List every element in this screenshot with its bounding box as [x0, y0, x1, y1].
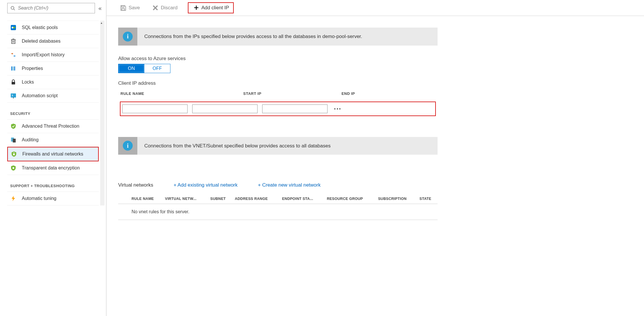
col-start-ip: START IP — [241, 89, 339, 101]
svg-point-0 — [11, 6, 14, 9]
info-icon: i — [123, 32, 133, 41]
svg-marker-19 — [12, 196, 15, 201]
add-existing-vnet-link[interactable]: + Add existing virtual network — [174, 182, 238, 188]
sidebar-item-firewalls-virtual-networks[interactable]: Firewalls and virtual networks — [7, 147, 99, 161]
vnet-col-subnet: SUBNET — [208, 194, 233, 204]
automation-script-icon — [10, 93, 17, 99]
vnet-rules-table: RULE NAME VIRTUAL NETW... SUBNET ADDRESS… — [118, 194, 438, 220]
svg-point-18 — [12, 167, 14, 169]
svg-rect-17 — [13, 154, 15, 155]
sidebar-item-sql-elastic-pools[interactable]: SQL elastic pools — [7, 21, 99, 35]
firewall-rules-table: RULE NAME START IP END IP ·· — [118, 89, 438, 117]
section-header-support: SUPPORT + TROUBLESHOOTING — [7, 175, 99, 192]
elastic-pools-icon — [10, 24, 17, 31]
properties-icon — [10, 65, 17, 72]
add-client-ip-button[interactable]: ＋ Add client IP — [188, 2, 233, 13]
sidebar-item-label: SQL elastic pools — [22, 25, 58, 30]
scrollbar[interactable]: ▴ — [100, 21, 105, 205]
svg-rect-12 — [14, 66, 15, 71]
save-button[interactable]: Save — [118, 3, 142, 12]
info-banner-ips: i Connections from the IPs specified bel… — [118, 28, 438, 46]
rule-name-input[interactable] — [122, 104, 188, 113]
create-new-vnet-link[interactable]: + Create new virtual network — [258, 182, 321, 188]
no-vnet-rules-text: No vnet rules for this server. — [130, 204, 438, 220]
svg-rect-14 — [11, 93, 16, 97]
sidebar-item-label: Automation script — [22, 93, 58, 98]
sidebar-item-deleted-databases[interactable]: Deleted databases — [7, 35, 99, 48]
search-box[interactable] — [7, 3, 95, 13]
sidebar-item-label: Advanced Threat Protection — [22, 124, 79, 129]
sidebar: « ▴ SQL elastic pools Deleted databases — [0, 0, 106, 316]
svg-point-3 — [12, 27, 13, 28]
info-icon: i — [123, 141, 133, 151]
search-icon — [10, 6, 15, 10]
info-banner-text: Connections from the IPs specified below… — [137, 28, 369, 46]
info-banner-vnet: i Connections from the VNET/Subnet speci… — [118, 137, 438, 155]
scroll-up-icon[interactable]: ▴ — [101, 21, 102, 24]
vnet-col-rg: RESOURCE GROUP — [325, 194, 377, 204]
more-actions-icon[interactable]: ··· — [332, 105, 341, 113]
svg-rect-20 — [122, 6, 124, 7]
info-banner-vnet-text: Connections from the VNET/Subnet specifi… — [137, 137, 338, 155]
sidebar-item-automation-script[interactable]: Automation script — [7, 89, 99, 103]
svg-line-1 — [14, 9, 15, 10]
start-ip-input[interactable] — [192, 104, 258, 113]
svg-point-4 — [13, 27, 15, 28]
discard-label: Discard — [161, 5, 178, 11]
col-rule-name: RULE NAME — [118, 89, 241, 101]
svg-rect-10 — [11, 66, 12, 71]
toolbar: Save Discard ＋ Add client IP — [107, 0, 644, 16]
shield-lock-icon — [11, 151, 17, 157]
sidebar-item-label: Properties — [22, 66, 43, 71]
sidebar-item-label: Auditing — [22, 137, 39, 142]
import-export-icon — [10, 52, 17, 58]
sidebar-item-transparent-data-encryption[interactable]: Transparent data encryption — [7, 161, 99, 175]
auditing-icon — [10, 137, 17, 143]
svg-rect-11 — [13, 66, 14, 71]
sidebar-item-locks[interactable]: Locks — [7, 75, 99, 89]
sidebar-item-properties[interactable]: Properties — [7, 62, 99, 75]
sidebar-item-label: Deleted databases — [22, 39, 60, 44]
vnet-col-vnet: VIRTUAL NETW... — [163, 194, 208, 204]
sidebar-item-auditing[interactable]: Auditing — [7, 133, 99, 147]
lock-icon — [10, 79, 17, 85]
discard-button[interactable]: Discard — [150, 3, 179, 12]
svg-rect-16 — [13, 139, 16, 142]
sidebar-item-advanced-threat-protection[interactable]: Advanced Threat Protection — [7, 120, 99, 133]
sidebar-item-label: Import/Export history — [22, 52, 65, 57]
svg-rect-5 — [12, 40, 15, 44]
col-end-ip: END IP — [339, 89, 418, 101]
sidebar-item-label: Firewalls and virtual networks — [22, 151, 83, 157]
vnet-col-addr: ADDRESS RANGE — [233, 194, 280, 204]
client-ip-label: Client IP address — [118, 80, 438, 86]
plus-icon: ＋ — [193, 5, 199, 11]
allow-access-label: Allow access to Azure services — [118, 56, 438, 62]
save-icon — [120, 5, 126, 11]
main-panel: Save Discard ＋ Add client IP i Connectio… — [107, 0, 644, 316]
vnet-col-sub: SUBSCRIPTION — [376, 194, 418, 204]
section-header-security: SECURITY — [7, 103, 99, 120]
sidebar-item-automatic-tuning[interactable]: Automatic tuning — [7, 192, 99, 205]
shield-check-icon — [10, 123, 17, 129]
svg-rect-13 — [12, 82, 15, 84]
toggle-off[interactable]: OFF — [144, 64, 170, 73]
allow-access-toggle[interactable]: ON OFF — [118, 64, 170, 73]
discard-icon — [152, 5, 159, 11]
sidebar-item-label: Automatic tuning — [22, 196, 56, 201]
add-client-ip-label: Add client IP — [201, 5, 229, 11]
save-label: Save — [129, 5, 140, 11]
sidebar-item-import-export-history[interactable]: Import/Export history — [7, 48, 99, 62]
lightning-icon — [10, 195, 17, 202]
sidebar-item-label: Transparent data encryption — [22, 165, 80, 171]
toggle-on[interactable]: ON — [118, 64, 144, 73]
shield-icon — [10, 165, 17, 171]
vnet-col-endpoint: ENDPOINT STA... — [280, 194, 325, 204]
end-ip-input[interactable] — [262, 104, 328, 113]
collapse-icon[interactable]: « — [98, 5, 102, 12]
trash-icon — [10, 38, 17, 44]
virtual-networks-title: Virtual networks — [118, 182, 153, 188]
search-input[interactable] — [18, 6, 92, 11]
new-rule-row: ··· — [120, 102, 435, 115]
vnet-col-rule: RULE NAME — [130, 194, 163, 204]
sidebar-item-label: Locks — [22, 80, 34, 85]
